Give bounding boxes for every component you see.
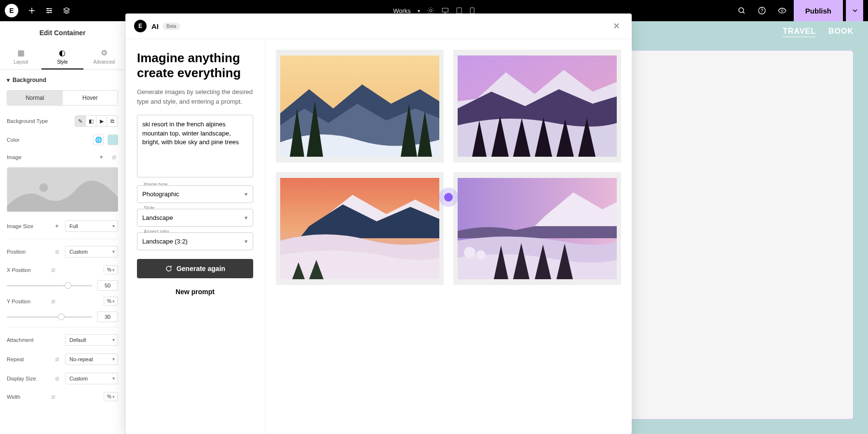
svg-point-2 [48, 12, 49, 14]
result-4[interactable] [453, 172, 621, 285]
ypos-value[interactable]: 30 [97, 312, 118, 322]
image-size-select[interactable]: Full [65, 220, 118, 232]
search-icon[interactable] [733, 2, 750, 19]
repeat-select[interactable]: No-repeat [65, 353, 118, 365]
panel-title: Edit Container [0, 21, 125, 44]
result-3[interactable] [276, 172, 444, 285]
width-unit[interactable]: % [104, 392, 118, 401]
width-label: Width [7, 394, 45, 400]
svg-point-0 [47, 8, 49, 10]
style-select[interactable]: Landscape [137, 209, 253, 227]
ypos-slider[interactable] [7, 316, 92, 318]
xpos-value[interactable]: 50 [97, 280, 118, 291]
bg-gradient-icon[interactable]: ◧ [86, 116, 96, 126]
responsive-icon[interactable]: ⎚ [49, 393, 58, 401]
global-color-icon[interactable]: 🌐 [93, 135, 104, 145]
loading-pulse [439, 188, 458, 207]
svg-point-18 [476, 250, 486, 260]
settings-icon[interactable] [41, 2, 58, 19]
refresh-icon [165, 265, 173, 272]
new-prompt-button[interactable]: New prompt [137, 281, 253, 302]
site-nav: TRAVEL BOOK [783, 27, 854, 36]
responsive-icon[interactable]: ⎚ [53, 374, 61, 383]
image-type-select[interactable]: Photographic [137, 185, 253, 203]
modal-title: AI [151, 22, 159, 30]
close-icon[interactable]: ✕ [610, 19, 623, 33]
image-size-label: Image Size [7, 223, 49, 229]
bg-type-buttons: ✎ ◧ ▶ ⧉ [75, 115, 118, 127]
elementor-logo-small: E [134, 20, 147, 32]
modal-subtitle: Generate images by selecting the desired… [137, 87, 253, 106]
layers-icon[interactable] [58, 2, 75, 19]
position-label: Position [7, 249, 49, 255]
attachment-select[interactable]: Default [65, 334, 118, 346]
bg-video-icon[interactable]: ▶ [96, 116, 107, 126]
generate-button[interactable]: Generate again [137, 259, 253, 278]
tab-advanced[interactable]: ⚙Advanced [83, 44, 125, 69]
result-1[interactable] [276, 50, 444, 163]
editor-sidebar: Edit Container ▦Layout ◐Style ⚙Advanced … [0, 21, 125, 434]
beta-badge: Beta [163, 23, 180, 30]
dynamic-icon[interactable]: ⎚ [109, 153, 118, 162]
svg-point-12 [40, 183, 48, 192]
color-swatch[interactable] [108, 135, 118, 145]
bg-type-label: Background Type [7, 118, 71, 124]
elementor-logo[interactable]: E [5, 4, 18, 17]
publish-dropdown[interactable] [846, 0, 863, 21]
tab-style[interactable]: ◐Style [41, 44, 83, 69]
svg-rect-5 [457, 8, 461, 14]
prompt-panel: Imagine anything create everything Gener… [125, 39, 265, 434]
preview-icon[interactable] [773, 2, 791, 19]
prompt-input[interactable] [137, 115, 253, 177]
background-section[interactable]: ▾ Background [0, 70, 125, 90]
add-icon[interactable] [23, 2, 41, 19]
responsive-icon[interactable]: ⎚ [49, 266, 58, 274]
xpos-slider[interactable] [7, 285, 92, 286]
xpos-label: X Position [7, 267, 45, 273]
svg-rect-6 [470, 8, 474, 14]
svg-point-17 [464, 247, 475, 258]
aspect-select[interactable]: Landscape (3:2) [137, 232, 253, 250]
ai-icon[interactable]: ✦ [97, 153, 106, 162]
svg-text:?: ? [760, 8, 763, 14]
bg-slideshow-icon[interactable]: ⧉ [107, 116, 118, 126]
svg-point-10 [781, 10, 783, 12]
modal-headline: Imagine anything create everything [137, 51, 253, 81]
results-grid [265, 39, 632, 434]
ypos-unit[interactable]: % [104, 297, 118, 306]
segment-normal[interactable]: Normal [7, 91, 63, 105]
tab-layout[interactable]: ▦Layout [0, 44, 41, 69]
responsive-icon[interactable]: ⎚ [53, 355, 61, 364]
repeat-label: Repeat [7, 356, 49, 362]
image-label: Image [7, 154, 93, 160]
svg-point-7 [739, 8, 744, 13]
svg-point-3 [429, 10, 432, 12]
responsive-icon[interactable]: ⎚ [53, 247, 61, 256]
segment-hover[interactable]: Hover [63, 91, 118, 105]
result-2[interactable] [453, 50, 621, 163]
nav-book[interactable]: BOOK [828, 27, 854, 36]
svg-rect-4 [442, 8, 448, 12]
responsive-icon[interactable]: ⎚ [49, 297, 58, 306]
bg-classic-icon[interactable]: ✎ [75, 116, 86, 126]
position-select[interactable]: Custom [65, 246, 118, 258]
xpos-unit[interactable]: % [104, 265, 118, 274]
color-label: Color [7, 137, 89, 143]
image-picker[interactable] [7, 167, 118, 212]
ypos-label: Y Position [7, 298, 45, 304]
ai-modal: E AI Beta ✕ Imagine anything create ever… [125, 14, 632, 434]
help-icon[interactable]: ? [753, 2, 771, 19]
display-size-select[interactable]: Custom [65, 373, 118, 384]
svg-point-1 [50, 10, 52, 12]
display-size-label: Display Size [7, 376, 49, 381]
nav-travel[interactable]: TRAVEL [783, 27, 816, 36]
publish-button[interactable]: Publish [794, 0, 843, 21]
attachment-label: Attachment [7, 337, 61, 343]
ai-sparkle-icon[interactable]: ✦ [53, 222, 61, 231]
